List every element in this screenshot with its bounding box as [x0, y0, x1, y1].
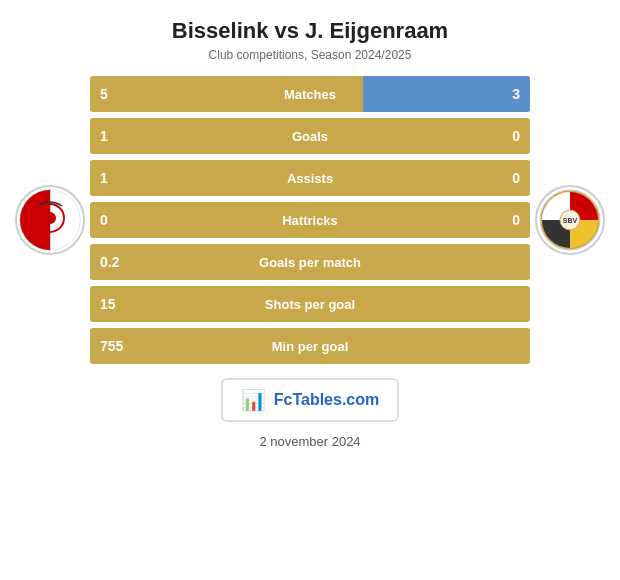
stat-row-single-min-per-goal: Min per goal755: [90, 328, 530, 364]
stat-row-assists: Assists10: [90, 160, 530, 196]
stat-row-matches: Matches53: [90, 76, 530, 112]
stat-label: Hattricks: [282, 213, 338, 228]
stat-row-hattricks: Hattricks00: [90, 202, 530, 238]
left-team-logo: [15, 185, 85, 255]
stat-label: Matches: [284, 87, 336, 102]
stats-area: Matches53Goals10Assists10Hattricks00Goal…: [90, 76, 530, 364]
stat-label: Goals: [292, 129, 328, 144]
stat-label: Assists: [287, 171, 333, 186]
stat-row-single-shots-per-goal: Shots per goal15: [90, 286, 530, 322]
header: Bisselink vs J. Eijgenraam Club competit…: [162, 0, 458, 68]
fctables-banner: 📊 FcTables.com: [221, 378, 400, 422]
logo-left: [10, 185, 90, 255]
fctables-icon: 📊: [241, 388, 266, 412]
page-title: Bisselink vs J. Eijgenraam: [172, 18, 448, 44]
stat-label-single: Shots per goal: [265, 297, 355, 312]
page-subtitle: Club competitions, Season 2024/2025: [172, 48, 448, 62]
stat-bar-right: [363, 76, 530, 112]
stat-value-right: 0: [512, 212, 520, 228]
stat-label-single: Goals per match: [259, 255, 361, 270]
logo-right: S.B.V. EXCELSIOR SBV: [530, 185, 610, 255]
footer-date: 2 november 2024: [259, 434, 360, 449]
stat-label-single: Min per goal: [272, 339, 349, 354]
stat-value-right: 0: [512, 170, 520, 186]
stat-value-right: 0: [512, 128, 520, 144]
stat-value-single: 0.2: [100, 254, 119, 270]
page: Bisselink vs J. Eijgenraam Club competit…: [0, 0, 620, 580]
main-area: Matches53Goals10Assists10Hattricks00Goal…: [0, 76, 620, 364]
stat-row-goals: Goals10: [90, 118, 530, 154]
svg-text:SBV: SBV: [563, 217, 578, 224]
fctables-text: FcTables.com: [274, 391, 380, 409]
right-team-logo: S.B.V. EXCELSIOR SBV: [535, 185, 605, 255]
stat-value-left: 5: [100, 86, 108, 102]
stat-value-right: 3: [512, 86, 520, 102]
stat-value-single: 15: [100, 296, 116, 312]
stat-value-single: 755: [100, 338, 123, 354]
stat-value-left: 0: [100, 212, 108, 228]
stat-row-single-goals-per-match: Goals per match0.2: [90, 244, 530, 280]
stat-value-left: 1: [100, 170, 108, 186]
stat-value-left: 1: [100, 128, 108, 144]
